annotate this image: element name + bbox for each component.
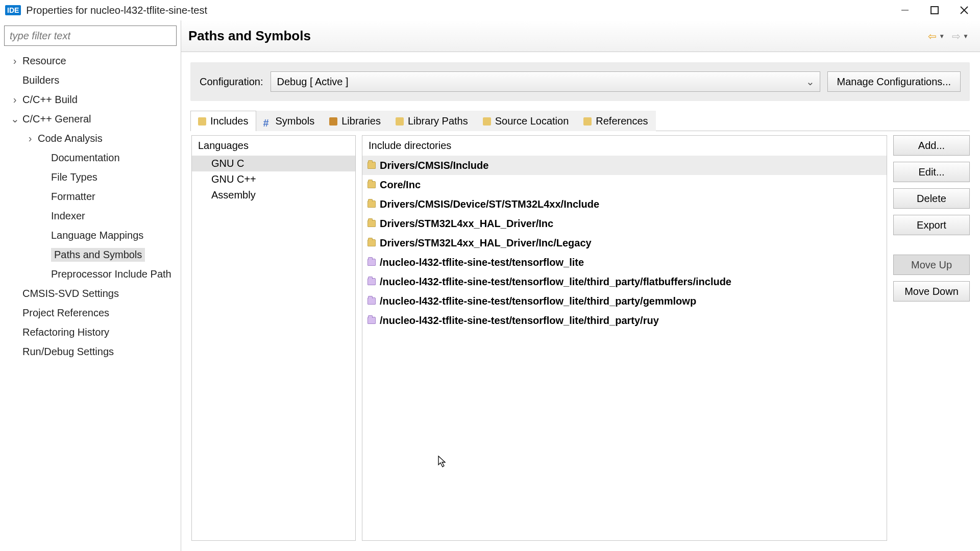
tab-library-paths[interactable]: Library Paths	[388, 111, 476, 131]
manage-configurations-button[interactable]: Manage Configurations...	[827, 71, 961, 92]
include-directory-item[interactable]: Drivers/CMSIS/Include	[362, 156, 887, 175]
workspace-folder-icon	[368, 317, 376, 324]
tree-item-label: Formatter	[51, 191, 95, 203]
tree-item[interactable]: ›C/C++ Build	[4, 90, 177, 109]
nav-back-icon[interactable]: ⇦	[928, 30, 937, 42]
tree-item[interactable]: Refactoring History	[4, 322, 177, 342]
add-button[interactable]: Add...	[893, 135, 970, 156]
folder-icon	[368, 201, 376, 208]
tree-item-label: CMSIS-SVD Settings	[22, 288, 119, 299]
move-down-button[interactable]: Move Down	[893, 281, 970, 302]
tree-item[interactable]: Indexer	[4, 206, 177, 226]
include-directory-label: Core/Inc	[380, 179, 421, 191]
action-buttons: Add... Edit... Delete Export Move Up Mov…	[893, 135, 970, 541]
include-directory-label: /nucleo-l432-tflite-sine-test/tensorflow…	[380, 315, 659, 327]
language-item[interactable]: Assembly	[192, 187, 355, 203]
tab-icon: #	[263, 117, 272, 126]
close-icon[interactable]	[959, 5, 970, 16]
maximize-icon[interactable]	[929, 5, 940, 16]
tree-item[interactable]: File Types	[4, 167, 177, 187]
include-directory-item[interactable]: Core/Inc	[362, 175, 887, 194]
chevron-right-icon: ›	[10, 55, 19, 67]
include-directory-item[interactable]: /nucleo-l432-tflite-sine-test/tensorflow…	[362, 272, 887, 291]
tree-item[interactable]: Documentation	[4, 148, 177, 167]
language-item[interactable]: GNU C	[192, 156, 355, 171]
content-header: Paths and Symbols ⇦ ▼ ⇨ ▼	[181, 20, 980, 52]
include-directory-item[interactable]: /nucleo-l432-tflite-sine-test/tensorflow…	[362, 311, 887, 330]
minimize-icon[interactable]	[899, 5, 911, 16]
tab-source-location[interactable]: Source Location	[475, 111, 577, 131]
tree-item-label: Run/Debug Settings	[22, 346, 114, 358]
tree-item-label: Resource	[22, 55, 66, 67]
languages-header: Languages	[192, 136, 355, 156]
include-directory-label: /nucleo-l432-tflite-sine-test/tensorflow…	[380, 295, 696, 307]
tab-label: Source Location	[495, 115, 569, 127]
ide-badge-icon: IDE	[5, 5, 21, 15]
include-directory-label: /nucleo-l432-tflite-sine-test/tensorflow…	[380, 276, 731, 288]
tree-item-label: Indexer	[51, 210, 85, 222]
include-directories-list[interactable]: Drivers/CMSIS/IncludeCore/IncDrivers/CMS…	[362, 156, 887, 330]
sidebar: ›ResourceBuilders›C/C++ Build⌄C/C++ Gene…	[0, 20, 181, 551]
languages-list[interactable]: GNU CGNU C++Assembly	[192, 156, 355, 203]
move-up-button[interactable]: Move Up	[893, 255, 970, 275]
tree-item-label: Language Mappings	[51, 230, 143, 241]
tree-item[interactable]: ›Code Analysis	[4, 129, 177, 148]
include-directory-item[interactable]: Drivers/STM32L4xx_HAL_Driver/Inc	[362, 214, 887, 233]
include-directory-label: /nucleo-l432-tflite-sine-test/tensorflow…	[380, 257, 584, 268]
tree-item-label: Documentation	[51, 152, 120, 164]
tab-label: Library Paths	[408, 115, 468, 127]
tree-item-label: C/C++ Build	[22, 94, 78, 106]
tree-item-label: C/C++ General	[22, 113, 91, 125]
tab-libraries[interactable]: Libraries	[322, 111, 388, 131]
chevron-down-icon: ⌄	[806, 76, 815, 88]
nav-forward-icon[interactable]: ⇨	[952, 30, 961, 42]
folder-icon	[368, 181, 376, 188]
window-title: Properties for nucleo-l432-tflite-sine-t…	[26, 5, 207, 16]
tree-item-label: Refactoring History	[22, 327, 109, 338]
include-directory-label: Drivers/STM32L4xx_HAL_Driver/Inc	[380, 218, 553, 230]
chevron-down-icon: ⌄	[10, 113, 19, 125]
export-button[interactable]: Export	[893, 215, 970, 235]
tree-item[interactable]: Run/Debug Settings	[4, 342, 177, 361]
tab-label: Libraries	[341, 115, 381, 127]
nav-forward-menu-icon[interactable]: ▼	[963, 33, 969, 40]
tree-item[interactable]: Preprocessor Include Path	[4, 264, 177, 284]
tree-item-label: Preprocessor Include Path	[51, 268, 172, 280]
tab-includes[interactable]: Includes	[190, 111, 256, 131]
workspace-folder-icon	[368, 278, 376, 285]
tree-item[interactable]: CMSIS-SVD Settings	[4, 284, 177, 303]
tab-symbols[interactable]: #Symbols	[256, 111, 323, 131]
configuration-label: Configuration:	[200, 76, 263, 88]
include-directory-item[interactable]: /nucleo-l432-tflite-sine-test/tensorflow…	[362, 253, 887, 272]
edit-button[interactable]: Edit...	[893, 162, 970, 182]
tab-icon	[483, 117, 491, 126]
tree-item-label: Builders	[22, 74, 59, 86]
tab-icon	[329, 117, 337, 126]
tree-item[interactable]: ⌄C/C++ General	[4, 109, 177, 129]
category-tree[interactable]: ›ResourceBuilders›C/C++ Build⌄C/C++ Gene…	[4, 51, 177, 361]
include-directory-item[interactable]: /nucleo-l432-tflite-sine-test/tensorflow…	[362, 291, 887, 311]
include-directories-header: Include directories	[362, 136, 887, 156]
configuration-select[interactable]: Debug [ Active ] ⌄	[271, 71, 820, 92]
tabs: Includes#SymbolsLibrariesLibrary PathsSo…	[190, 110, 970, 131]
tree-item[interactable]: Language Mappings	[4, 226, 177, 245]
tree-item-label: Code Analysis	[38, 133, 103, 144]
filter-input[interactable]	[4, 26, 177, 46]
titlebar: IDE Properties for nucleo-l432-tflite-si…	[0, 0, 980, 20]
include-directory-item[interactable]: Drivers/STM32L4xx_HAL_Driver/Inc/Legacy	[362, 233, 887, 253]
tree-item[interactable]: Formatter	[4, 187, 177, 206]
include-directory-item[interactable]: Drivers/CMSIS/Device/ST/STM32L4xx/Includ…	[362, 194, 887, 214]
tab-icon	[583, 117, 592, 126]
delete-button[interactable]: Delete	[893, 188, 970, 209]
tab-references[interactable]: References	[576, 111, 655, 131]
include-directories-panel: Include directories Drivers/CMSIS/Includ…	[362, 135, 887, 541]
chevron-right-icon: ›	[10, 94, 19, 106]
language-item[interactable]: GNU C++	[192, 171, 355, 187]
tree-item[interactable]: ›Resource	[4, 51, 177, 70]
tree-item[interactable]: Paths and Symbols	[4, 245, 177, 264]
tree-item-label: File Types	[51, 171, 97, 183]
languages-panel: Languages GNU CGNU C++Assembly	[191, 135, 356, 541]
nav-back-menu-icon[interactable]: ▼	[939, 33, 945, 40]
tree-item[interactable]: Builders	[4, 70, 177, 90]
tree-item[interactable]: Project References	[4, 303, 177, 322]
